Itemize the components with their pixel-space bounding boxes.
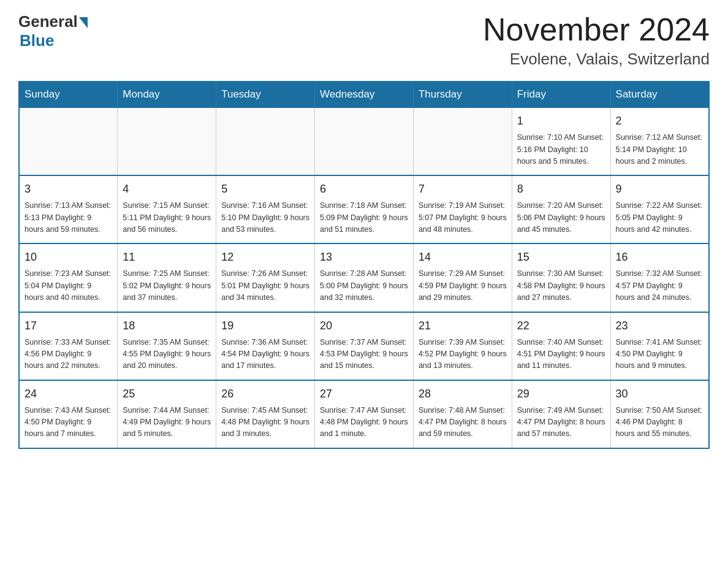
day-number: 12 [221, 249, 309, 266]
day-number: 3 [25, 181, 112, 197]
day-info: Sunrise: 7:15 AM Sunset: 5:11 PM Dayligh… [123, 200, 211, 236]
calendar-cell: 14Sunrise: 7:29 AM Sunset: 4:59 PM Dayli… [413, 243, 512, 312]
day-number: 19 [221, 318, 309, 334]
calendar-cell [19, 107, 118, 175]
calendar-cell: 1Sunrise: 7:10 AM Sunset: 5:16 PM Daylig… [512, 107, 610, 175]
calendar-week-row: 1Sunrise: 7:10 AM Sunset: 5:16 PM Daylig… [19, 107, 709, 175]
day-number: 20 [320, 318, 408, 334]
calendar-cell: 18Sunrise: 7:35 AM Sunset: 4:55 PM Dayli… [118, 312, 216, 380]
calendar-cell: 4Sunrise: 7:15 AM Sunset: 5:11 PM Daylig… [118, 175, 216, 243]
day-info: Sunrise: 7:23 AM Sunset: 5:04 PM Dayligh… [25, 268, 112, 304]
day-info: Sunrise: 7:22 AM Sunset: 5:05 PM Dayligh… [616, 200, 703, 236]
day-info: Sunrise: 7:28 AM Sunset: 5:00 PM Dayligh… [320, 268, 408, 304]
calendar-cell: 5Sunrise: 7:16 AM Sunset: 5:10 PM Daylig… [216, 175, 315, 243]
weekday-header-monday: Monday [118, 82, 216, 107]
day-info: Sunrise: 7:45 AM Sunset: 4:48 PM Dayligh… [221, 405, 309, 440]
weekday-header-tuesday: Tuesday [216, 82, 315, 107]
calendar-cell: 28Sunrise: 7:48 AM Sunset: 4:47 PM Dayli… [413, 380, 512, 448]
calendar-cell [413, 107, 512, 175]
weekday-header-friday: Friday [512, 82, 610, 107]
calendar-week-row: 10Sunrise: 7:23 AM Sunset: 5:04 PM Dayli… [19, 243, 709, 312]
day-number: 4 [123, 181, 211, 197]
day-number: 23 [616, 318, 703, 334]
day-info: Sunrise: 7:44 AM Sunset: 4:49 PM Dayligh… [123, 405, 211, 440]
day-info: Sunrise: 7:41 AM Sunset: 4:50 PM Dayligh… [616, 337, 703, 372]
day-number: 21 [419, 318, 507, 334]
calendar-cell: 26Sunrise: 7:45 AM Sunset: 4:48 PM Dayli… [216, 380, 315, 448]
calendar-cell: 20Sunrise: 7:37 AM Sunset: 4:53 PM Dayli… [315, 312, 414, 380]
day-number: 27 [320, 386, 408, 402]
calendar-cell: 7Sunrise: 7:19 AM Sunset: 5:07 PM Daylig… [413, 175, 512, 243]
day-info: Sunrise: 7:20 AM Sunset: 5:06 PM Dayligh… [517, 200, 605, 236]
calendar-cell [315, 107, 414, 175]
calendar-cell: 22Sunrise: 7:40 AM Sunset: 4:51 PM Dayli… [512, 312, 610, 380]
day-number: 26 [221, 386, 309, 402]
day-number: 9 [616, 181, 703, 197]
day-number: 18 [123, 318, 211, 334]
calendar-cell: 9Sunrise: 7:22 AM Sunset: 5:05 PM Daylig… [610, 175, 709, 243]
day-number: 13 [320, 249, 408, 266]
day-number: 29 [517, 386, 605, 402]
logo-general-text: General [18, 12, 78, 31]
weekday-header-wednesday: Wednesday [315, 82, 414, 107]
day-info: Sunrise: 7:12 AM Sunset: 5:14 PM Dayligh… [616, 132, 703, 167]
calendar-cell: 25Sunrise: 7:44 AM Sunset: 4:49 PM Dayli… [118, 380, 216, 448]
day-info: Sunrise: 7:43 AM Sunset: 4:50 PM Dayligh… [25, 405, 112, 440]
day-number: 1 [517, 113, 605, 129]
calendar-cell: 16Sunrise: 7:32 AM Sunset: 4:57 PM Dayli… [610, 243, 709, 312]
calendar-table: SundayMondayTuesdayWednesdayThursdayFrid… [18, 81, 710, 449]
calendar-cell: 30Sunrise: 7:50 AM Sunset: 4:46 PM Dayli… [610, 380, 709, 448]
logo: General Blue [18, 12, 88, 50]
day-number: 7 [419, 181, 507, 197]
day-number: 10 [25, 249, 112, 266]
day-info: Sunrise: 7:49 AM Sunset: 4:47 PM Dayligh… [517, 405, 605, 440]
calendar-cell: 3Sunrise: 7:13 AM Sunset: 5:13 PM Daylig… [19, 175, 118, 243]
day-number: 11 [123, 249, 211, 266]
calendar-cell: 10Sunrise: 7:23 AM Sunset: 5:04 PM Dayli… [19, 243, 118, 312]
day-number: 2 [616, 113, 703, 129]
day-number: 14 [419, 249, 507, 266]
day-info: Sunrise: 7:25 AM Sunset: 5:02 PM Dayligh… [123, 268, 211, 304]
day-info: Sunrise: 7:19 AM Sunset: 5:07 PM Dayligh… [419, 200, 507, 236]
calendar-cell: 11Sunrise: 7:25 AM Sunset: 5:02 PM Dayli… [118, 243, 216, 312]
calendar-month-year: November 2024 [483, 12, 710, 47]
calendar-cell [118, 107, 216, 175]
calendar-title-block: November 2024 Evolene, Valais, Switzerla… [483, 12, 710, 69]
day-info: Sunrise: 7:36 AM Sunset: 4:54 PM Dayligh… [221, 337, 309, 372]
day-info: Sunrise: 7:50 AM Sunset: 4:46 PM Dayligh… [616, 405, 703, 440]
day-info: Sunrise: 7:10 AM Sunset: 5:16 PM Dayligh… [517, 132, 605, 167]
day-number: 8 [517, 181, 605, 197]
calendar-cell: 21Sunrise: 7:39 AM Sunset: 4:52 PM Dayli… [413, 312, 512, 380]
calendar-cell: 17Sunrise: 7:33 AM Sunset: 4:56 PM Dayli… [19, 312, 118, 380]
calendar-cell: 27Sunrise: 7:47 AM Sunset: 4:48 PM Dayli… [315, 380, 414, 448]
calendar-week-row: 17Sunrise: 7:33 AM Sunset: 4:56 PM Dayli… [19, 312, 709, 380]
calendar-cell: 23Sunrise: 7:41 AM Sunset: 4:50 PM Dayli… [610, 312, 709, 380]
logo-arrow-icon [79, 17, 88, 28]
day-info: Sunrise: 7:48 AM Sunset: 4:47 PM Dayligh… [419, 405, 507, 440]
weekday-header-sunday: Sunday [19, 82, 118, 107]
calendar-week-row: 24Sunrise: 7:43 AM Sunset: 4:50 PM Dayli… [19, 380, 709, 448]
day-info: Sunrise: 7:29 AM Sunset: 4:59 PM Dayligh… [419, 268, 507, 304]
day-info: Sunrise: 7:37 AM Sunset: 4:53 PM Dayligh… [320, 337, 408, 372]
day-info: Sunrise: 7:16 AM Sunset: 5:10 PM Dayligh… [221, 200, 309, 236]
day-info: Sunrise: 7:33 AM Sunset: 4:56 PM Dayligh… [25, 337, 112, 372]
calendar-header-row: SundayMondayTuesdayWednesdayThursdayFrid… [19, 82, 709, 107]
weekday-header-saturday: Saturday [610, 82, 709, 107]
day-number: 28 [419, 386, 507, 402]
day-info: Sunrise: 7:13 AM Sunset: 5:13 PM Dayligh… [25, 200, 112, 236]
day-info: Sunrise: 7:26 AM Sunset: 5:01 PM Dayligh… [221, 268, 309, 304]
day-number: 5 [221, 181, 309, 197]
day-info: Sunrise: 7:32 AM Sunset: 4:57 PM Dayligh… [616, 268, 703, 304]
calendar-cell: 6Sunrise: 7:18 AM Sunset: 5:09 PM Daylig… [315, 175, 414, 243]
day-info: Sunrise: 7:47 AM Sunset: 4:48 PM Dayligh… [320, 405, 408, 440]
calendar-location: Evolene, Valais, Switzerland [483, 50, 710, 69]
weekday-header-thursday: Thursday [413, 82, 512, 107]
day-info: Sunrise: 7:18 AM Sunset: 5:09 PM Dayligh… [320, 200, 408, 236]
day-info: Sunrise: 7:30 AM Sunset: 4:58 PM Dayligh… [517, 268, 605, 304]
calendar-cell [216, 107, 315, 175]
day-number: 30 [616, 386, 703, 402]
calendar-cell: 29Sunrise: 7:49 AM Sunset: 4:47 PM Dayli… [512, 380, 610, 448]
calendar-week-row: 3Sunrise: 7:13 AM Sunset: 5:13 PM Daylig… [19, 175, 709, 243]
calendar-cell: 12Sunrise: 7:26 AM Sunset: 5:01 PM Dayli… [216, 243, 315, 312]
day-number: 22 [517, 318, 605, 334]
